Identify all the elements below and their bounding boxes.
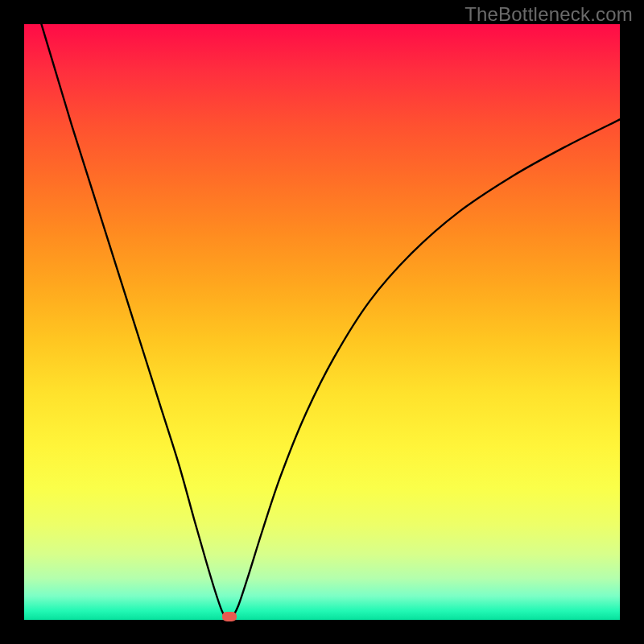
bottleneck-curve	[24, 24, 620, 620]
watermark-text: TheBottleneck.com	[464, 3, 633, 26]
minimum-marker	[222, 612, 237, 621]
chart-frame: TheBottleneck.com	[0, 0, 644, 644]
